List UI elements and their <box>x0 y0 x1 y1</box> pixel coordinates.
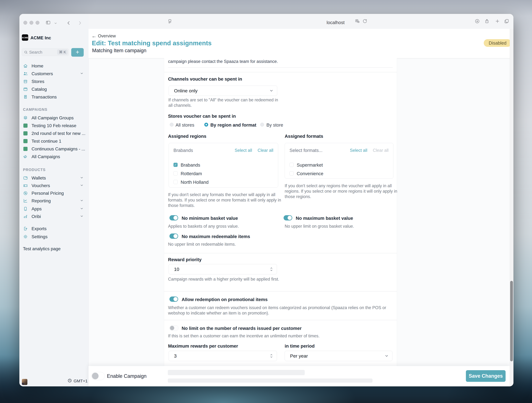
regions-box: Brabands Select all Clear all ✓ Brabands… <box>169 143 278 188</box>
scrollbar-thumb[interactable] <box>510 281 513 361</box>
stepper-icon[interactable] <box>270 266 273 272</box>
max-items-help: No upper limit on redeemable items. <box>168 241 236 247</box>
sidebar-item-transactions[interactable]: Transactions <box>19 93 89 101</box>
sidebar-item-personal-pricing[interactable]: Personal Pricing <box>19 189 89 197</box>
checkbox-rotterdam[interactable] <box>173 171 177 176</box>
window-zoom-button[interactable] <box>36 21 39 25</box>
time-period-select[interactable]: Per year <box>285 351 393 361</box>
sidebar-item-all-campaigns[interactable]: All Campaigns <box>19 153 89 161</box>
avatar[interactable] <box>22 379 27 385</box>
promo-toggle[interactable] <box>170 297 178 302</box>
translate-icon[interactable] <box>355 19 360 24</box>
sidebar-item-home[interactable]: Home <box>19 62 89 70</box>
checkbox-rotterdam-label[interactable]: Rotterdam <box>181 171 202 176</box>
back-to-overview-link[interactable]: ← Overview <box>92 33 116 39</box>
chevron-down-icon <box>80 176 83 180</box>
channels-help: If channels are set to "All" the voucher… <box>168 97 281 108</box>
campaign-group-swatch <box>23 139 28 144</box>
max-rewards-input[interactable]: 3 <box>169 351 277 361</box>
search-shortcut: ⌘ K <box>57 49 68 55</box>
radio-all-stores[interactable] <box>170 123 174 127</box>
enable-campaign-toggle[interactable] <box>91 372 105 380</box>
sidebar-item-catalog[interactable]: Catalog <box>19 85 89 93</box>
box-icon <box>23 87 28 92</box>
sidebar-item-settings[interactable]: Settings <box>19 233 89 240</box>
back-icon[interactable] <box>66 20 71 26</box>
checkbox-convenience[interactable] <box>290 171 294 176</box>
promo-help: Whether a customer can redeem vouchers i… <box>168 305 398 316</box>
min-basket-label: No minimum basket value <box>182 216 238 221</box>
store-icon <box>23 79 28 84</box>
radio-by-store[interactable] <box>260 123 264 127</box>
radio-by-region-format[interactable] <box>204 123 208 127</box>
page-settings-icon[interactable] <box>167 19 172 24</box>
radio-by-store-label[interactable]: By store <box>266 123 283 128</box>
window-close-button[interactable] <box>23 21 27 25</box>
address-bar[interactable]: localhost <box>232 20 439 25</box>
chevron-down-icon[interactable] <box>54 22 57 26</box>
divider <box>164 253 397 253</box>
formats-clear-all-link[interactable]: Clear all <box>373 148 389 153</box>
checkbox-brabands[interactable]: ✓ <box>173 163 177 167</box>
arrow-left-icon: ← <box>92 33 96 39</box>
search-input[interactable]: Search ⌘ K <box>22 48 69 56</box>
products-section-header: PRODUCTS <box>23 168 46 172</box>
promo-label: Allow redemption on promotional items <box>182 297 268 302</box>
max-basket-toggle[interactable] <box>284 215 292 221</box>
formats-help: If you don't select any regions the vouc… <box>285 183 397 199</box>
checkbox-convenience-label[interactable]: Convenience <box>297 171 323 176</box>
sidebar-item-wallets[interactable]: Wallets <box>19 174 89 182</box>
no-limit-toggle[interactable] <box>170 325 178 331</box>
checkbox-supermarket[interactable] <box>290 163 294 167</box>
checkbox-brabands-label[interactable]: Brabands <box>181 162 200 168</box>
goat-icon <box>23 214 28 219</box>
share-icon[interactable] <box>484 19 489 24</box>
mobile-icon <box>23 206 28 211</box>
sidebar-item-stores[interactable]: Stores <box>19 78 89 85</box>
chevron-down-icon <box>269 89 273 93</box>
sidebar-item-oribi[interactable]: Oribi <box>19 213 89 220</box>
checkbox-north-holland-label[interactable]: North Holland <box>181 180 209 185</box>
org-name[interactable]: ACME Inc <box>31 35 51 40</box>
checkbox-supermarket-label[interactable]: Supermarket <box>297 162 323 168</box>
stepper-icon[interactable] <box>270 353 273 359</box>
ticket-icon <box>23 183 28 188</box>
reload-icon[interactable] <box>362 19 367 24</box>
tab-overview-icon[interactable] <box>504 19 509 24</box>
checkbox-north-holland[interactable] <box>173 180 177 184</box>
regions-select-all-link[interactable]: Select all <box>234 148 252 153</box>
sidebar-item-campaign-group[interactable]: Testing 10 Feb release <box>19 122 89 130</box>
intro-text: campaign please contact the Spaaza team … <box>168 59 278 64</box>
radio-all-stores-label[interactable]: All stores <box>176 123 194 128</box>
obscured-content <box>168 378 373 383</box>
channels-select[interactable]: Online only <box>169 86 277 96</box>
sidebar-item-all-campaign-groups[interactable]: All Campaign Groups <box>19 114 89 122</box>
priority-input[interactable]: 10 <box>169 264 277 274</box>
sidebar-item-reporting[interactable]: Reporting <box>19 197 89 205</box>
formats-select-all-link[interactable]: Select all <box>350 148 367 153</box>
sidebar-item-campaign-group[interactable]: 2nd round of test for new ... <box>19 130 89 137</box>
sidebar-item-vouchers[interactable]: Vouchers <box>19 182 89 189</box>
campaign-group-swatch <box>23 131 28 136</box>
window-minimize-button[interactable] <box>30 21 33 25</box>
radio-by-region-format-label[interactable]: By region and format <box>210 123 256 128</box>
test-analytics-link[interactable]: Test analytics page <box>23 246 61 251</box>
sidebar-item-customers[interactable]: Customers <box>19 70 89 78</box>
priority-help: Campaign rewards with a higher priority … <box>168 276 283 282</box>
save-button[interactable]: Save Changes <box>466 370 506 382</box>
download-icon[interactable] <box>475 19 480 24</box>
min-basket-toggle[interactable] <box>170 215 178 221</box>
regions-clear-all-link[interactable]: Clear all <box>258 148 273 153</box>
sidebar-item-campaign-group[interactable]: Continuous Campaigns - ... <box>19 145 89 153</box>
sidebar-item-campaign-group[interactable]: Test continue 1 <box>19 137 89 145</box>
add-button[interactable]: + <box>71 48 84 57</box>
sidebar-toggle-icon[interactable] <box>46 20 51 26</box>
forward-icon[interactable] <box>77 20 82 26</box>
percent-badge-icon <box>23 191 28 196</box>
sidebar-item-apps[interactable]: Apps <box>19 205 89 213</box>
new-tab-icon[interactable] <box>495 19 500 24</box>
max-items-label: No maximum redeemable items <box>182 234 250 239</box>
receipt-icon <box>23 94 28 99</box>
sidebar-item-exports[interactable]: Exports <box>19 225 89 233</box>
max-items-toggle[interactable] <box>170 234 178 239</box>
